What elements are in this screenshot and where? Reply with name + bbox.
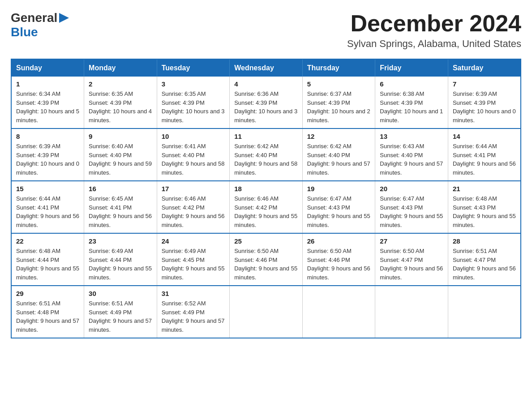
logo-triangle-icon <box>59 13 69 23</box>
calendar-header-row: Sunday Monday Tuesday Wednesday Thursday… <box>11 59 521 77</box>
day-number: 19 <box>307 185 371 193</box>
calendar-day-cell: 15 Sunrise: 6:44 AM Sunset: 4:41 PM Dayl… <box>11 181 84 233</box>
calendar-day-cell: 18 Sunrise: 6:46 AM Sunset: 4:42 PM Dayl… <box>230 181 303 233</box>
day-info: Sunrise: 6:51 AM Sunset: 4:47 PM Dayligh… <box>453 247 516 282</box>
calendar-day-cell: 6 Sunrise: 6:38 AM Sunset: 4:39 PM Dayli… <box>375 77 448 128</box>
calendar-day-cell: 13 Sunrise: 6:43 AM Sunset: 4:40 PM Dayl… <box>375 128 448 181</box>
day-number: 9 <box>89 133 152 140</box>
day-number: 8 <box>16 133 79 140</box>
day-number: 16 <box>89 185 152 193</box>
calendar-day-cell <box>375 286 448 338</box>
logo-general-text: General <box>11 11 57 25</box>
calendar-day-cell: 31 Sunrise: 6:52 AM Sunset: 4:49 PM Dayl… <box>157 286 230 338</box>
calendar-day-cell: 4 Sunrise: 6:36 AM Sunset: 4:39 PM Dayli… <box>230 77 303 128</box>
calendar-day-cell: 30 Sunrise: 6:51 AM Sunset: 4:49 PM Dayl… <box>84 286 157 338</box>
day-number: 30 <box>89 290 152 297</box>
day-info: Sunrise: 6:48 AM Sunset: 4:44 PM Dayligh… <box>16 247 79 282</box>
calendar-day-cell: 27 Sunrise: 6:50 AM Sunset: 4:47 PM Dayl… <box>375 233 448 286</box>
calendar-day-cell: 22 Sunrise: 6:48 AM Sunset: 4:44 PM Dayl… <box>11 233 84 286</box>
col-sunday: Sunday <box>11 59 84 77</box>
day-info: Sunrise: 6:46 AM Sunset: 4:42 PM Dayligh… <box>234 194 298 229</box>
col-monday: Monday <box>84 59 157 77</box>
day-info: Sunrise: 6:46 AM Sunset: 4:42 PM Dayligh… <box>162 194 225 229</box>
day-info: Sunrise: 6:51 AM Sunset: 4:49 PM Dayligh… <box>89 299 152 334</box>
calendar-day-cell: 20 Sunrise: 6:47 AM Sunset: 4:43 PM Dayl… <box>375 181 448 233</box>
calendar-day-cell: 21 Sunrise: 6:48 AM Sunset: 4:43 PM Dayl… <box>448 181 521 233</box>
day-number: 25 <box>234 237 298 245</box>
title-block: December 2024 Sylvan Springs, Alabama, U… <box>347 11 521 50</box>
day-info: Sunrise: 6:37 AM Sunset: 4:39 PM Dayligh… <box>307 90 371 124</box>
calendar-week-row: 15 Sunrise: 6:44 AM Sunset: 4:41 PM Dayl… <box>11 181 521 233</box>
calendar-day-cell: 7 Sunrise: 6:39 AM Sunset: 4:39 PM Dayli… <box>448 77 521 128</box>
day-number: 11 <box>234 133 298 140</box>
calendar-week-row: 8 Sunrise: 6:39 AM Sunset: 4:39 PM Dayli… <box>11 128 521 181</box>
day-info: Sunrise: 6:42 AM Sunset: 4:40 PM Dayligh… <box>307 142 371 177</box>
day-number: 1 <box>16 80 79 88</box>
day-info: Sunrise: 6:34 AM Sunset: 4:39 PM Dayligh… <box>16 90 79 124</box>
day-number: 5 <box>307 80 371 88</box>
day-info: Sunrise: 6:52 AM Sunset: 4:49 PM Dayligh… <box>162 299 225 334</box>
calendar-day-cell: 11 Sunrise: 6:42 AM Sunset: 4:40 PM Dayl… <box>230 128 303 181</box>
day-info: Sunrise: 6:50 AM Sunset: 4:46 PM Dayligh… <box>307 247 371 282</box>
day-info: Sunrise: 6:50 AM Sunset: 4:46 PM Dayligh… <box>234 247 298 282</box>
svg-marker-0 <box>59 13 69 23</box>
calendar-day-cell: 28 Sunrise: 6:51 AM Sunset: 4:47 PM Dayl… <box>448 233 521 286</box>
calendar-week-row: 22 Sunrise: 6:48 AM Sunset: 4:44 PM Dayl… <box>11 233 521 286</box>
location-subtitle: Sylvan Springs, Alabama, United States <box>347 38 521 50</box>
day-number: 6 <box>380 80 443 88</box>
day-number: 12 <box>307 133 371 140</box>
calendar-day-cell: 29 Sunrise: 6:51 AM Sunset: 4:48 PM Dayl… <box>11 286 84 338</box>
day-info: Sunrise: 6:49 AM Sunset: 4:44 PM Dayligh… <box>89 247 152 282</box>
day-info: Sunrise: 6:45 AM Sunset: 4:41 PM Dayligh… <box>89 194 152 229</box>
day-number: 15 <box>16 185 79 193</box>
day-info: Sunrise: 6:35 AM Sunset: 4:39 PM Dayligh… <box>162 90 225 124</box>
day-info: Sunrise: 6:36 AM Sunset: 4:39 PM Dayligh… <box>234 90 298 124</box>
day-number: 29 <box>16 290 79 297</box>
day-number: 24 <box>162 237 225 245</box>
calendar-day-cell <box>448 286 521 338</box>
calendar-day-cell: 17 Sunrise: 6:46 AM Sunset: 4:42 PM Dayl… <box>157 181 230 233</box>
day-number: 2 <box>89 80 152 88</box>
logo-blue-text: Blue <box>11 25 38 39</box>
month-year-title: December 2024 <box>347 11 521 36</box>
day-info: Sunrise: 6:49 AM Sunset: 4:45 PM Dayligh… <box>162 247 225 282</box>
day-number: 23 <box>89 237 152 245</box>
day-number: 27 <box>380 237 443 245</box>
day-number: 17 <box>162 185 225 193</box>
calendar-week-row: 1 Sunrise: 6:34 AM Sunset: 4:39 PM Dayli… <box>11 77 521 128</box>
calendar-day-cell: 1 Sunrise: 6:34 AM Sunset: 4:39 PM Dayli… <box>11 77 84 128</box>
day-number: 3 <box>162 80 225 88</box>
day-info: Sunrise: 6:35 AM Sunset: 4:39 PM Dayligh… <box>89 90 152 124</box>
day-info: Sunrise: 6:51 AM Sunset: 4:48 PM Dayligh… <box>16 299 79 334</box>
day-info: Sunrise: 6:48 AM Sunset: 4:43 PM Dayligh… <box>453 194 516 229</box>
calendar-day-cell: 24 Sunrise: 6:49 AM Sunset: 4:45 PM Dayl… <box>157 233 230 286</box>
calendar-week-row: 29 Sunrise: 6:51 AM Sunset: 4:48 PM Dayl… <box>11 286 521 338</box>
calendar-table: Sunday Monday Tuesday Wednesday Thursday… <box>11 59 521 338</box>
day-info: Sunrise: 6:40 AM Sunset: 4:40 PM Dayligh… <box>89 142 152 177</box>
day-number: 26 <box>307 237 371 245</box>
col-friday: Friday <box>375 59 448 77</box>
col-tuesday: Tuesday <box>157 59 230 77</box>
day-info: Sunrise: 6:38 AM Sunset: 4:39 PM Dayligh… <box>380 90 443 124</box>
calendar-day-cell: 23 Sunrise: 6:49 AM Sunset: 4:44 PM Dayl… <box>84 233 157 286</box>
day-number: 31 <box>162 290 225 297</box>
day-number: 14 <box>453 133 516 140</box>
day-info: Sunrise: 6:47 AM Sunset: 4:43 PM Dayligh… <box>380 194 443 229</box>
calendar-day-cell <box>302 286 375 338</box>
page-header: General Blue December 2024 Sylvan Spring… <box>11 11 521 50</box>
calendar-day-cell: 10 Sunrise: 6:41 AM Sunset: 4:40 PM Dayl… <box>157 128 230 181</box>
day-number: 22 <box>16 237 79 245</box>
day-info: Sunrise: 6:50 AM Sunset: 4:47 PM Dayligh… <box>380 247 443 282</box>
calendar-day-cell: 12 Sunrise: 6:42 AM Sunset: 4:40 PM Dayl… <box>302 128 375 181</box>
day-number: 13 <box>380 133 443 140</box>
calendar-day-cell: 9 Sunrise: 6:40 AM Sunset: 4:40 PM Dayli… <box>84 128 157 181</box>
calendar-day-cell <box>230 286 303 338</box>
calendar-day-cell: 25 Sunrise: 6:50 AM Sunset: 4:46 PM Dayl… <box>230 233 303 286</box>
col-wednesday: Wednesday <box>230 59 303 77</box>
day-number: 20 <box>380 185 443 193</box>
day-info: Sunrise: 6:39 AM Sunset: 4:39 PM Dayligh… <box>453 90 516 124</box>
day-info: Sunrise: 6:41 AM Sunset: 4:40 PM Dayligh… <box>162 142 225 177</box>
calendar-day-cell: 3 Sunrise: 6:35 AM Sunset: 4:39 PM Dayli… <box>157 77 230 128</box>
day-number: 4 <box>234 80 298 88</box>
col-thursday: Thursday <box>302 59 375 77</box>
